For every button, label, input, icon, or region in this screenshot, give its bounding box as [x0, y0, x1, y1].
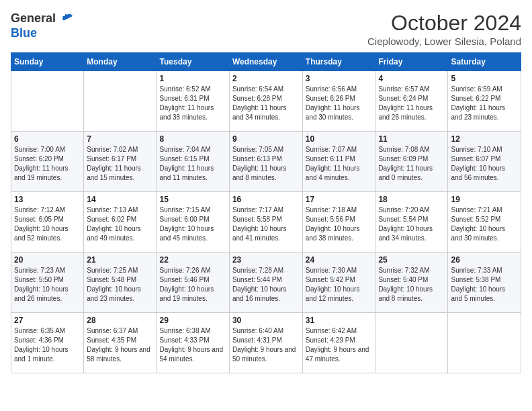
- day-number: 10: [306, 134, 373, 144]
- calendar-day-cell: [375, 313, 448, 373]
- day-info: Sunrise: 7:07 AMSunset: 6:11 PMDaylight:…: [306, 145, 373, 183]
- location-title: Cieplowody, Lower Silesia, Poland: [367, 36, 521, 47]
- day-number: 3: [306, 74, 373, 83]
- day-of-week-header: Friday: [375, 53, 448, 71]
- calendar-day-cell: 7Sunrise: 7:02 AMSunset: 6:17 PMDaylight…: [84, 132, 157, 192]
- day-info: Sunrise: 7:04 AMSunset: 6:15 PMDaylight:…: [160, 145, 226, 183]
- calendar-week-row: 13Sunrise: 7:12 AMSunset: 6:05 PMDayligh…: [11, 192, 521, 253]
- calendar-header-row: SundayMondayTuesdayWednesdayThursdayFrid…: [11, 53, 521, 71]
- day-number: 29: [160, 316, 226, 325]
- calendar-day-cell: 20Sunrise: 7:23 AMSunset: 5:50 PMDayligh…: [11, 253, 84, 313]
- day-number: 18: [378, 195, 445, 204]
- day-info: Sunrise: 7:30 AMSunset: 5:42 PMDaylight:…: [306, 266, 373, 304]
- day-number: 25: [378, 255, 445, 265]
- calendar-day-cell: 27Sunrise: 6:35 AMSunset: 4:36 PMDayligh…: [11, 313, 84, 373]
- day-of-week-header: Saturday: [448, 53, 521, 71]
- day-info: Sunrise: 7:05 AMSunset: 6:13 PMDaylight:…: [232, 145, 300, 183]
- day-info: Sunrise: 7:15 AMSunset: 6:00 PMDaylight:…: [160, 205, 226, 243]
- day-number: 2: [232, 74, 300, 83]
- day-number: 12: [451, 134, 518, 144]
- day-info: Sunrise: 6:59 AMSunset: 6:22 PMDaylight:…: [451, 85, 518, 122]
- day-info: Sunrise: 6:42 AMSunset: 4:29 PMDaylight:…: [306, 326, 373, 364]
- day-of-week-header: Thursday: [302, 53, 375, 71]
- calendar-day-cell: 2Sunrise: 6:54 AMSunset: 6:28 PMDaylight…: [229, 71, 302, 132]
- day-number: 26: [451, 255, 518, 265]
- calendar-day-cell: 31Sunrise: 6:42 AMSunset: 4:29 PMDayligh…: [302, 313, 375, 373]
- calendar-day-cell: 29Sunrise: 6:38 AMSunset: 4:33 PMDayligh…: [157, 313, 229, 373]
- day-of-week-header: Wednesday: [229, 53, 302, 71]
- calendar-day-cell: 24Sunrise: 7:30 AMSunset: 5:42 PMDayligh…: [302, 253, 375, 313]
- day-number: 7: [87, 134, 153, 144]
- day-info: Sunrise: 7:13 AMSunset: 6:02 PMDaylight:…: [87, 205, 153, 243]
- logo-bird-icon: [59, 11, 75, 27]
- day-number: 4: [378, 74, 445, 83]
- page-header: General Blue October 2024 Cieplowody, Lo…: [11, 11, 521, 47]
- calendar-day-cell: [84, 71, 157, 132]
- day-info: Sunrise: 7:33 AMSunset: 5:38 PMDaylight:…: [451, 266, 518, 304]
- calendar-day-cell: 10Sunrise: 7:07 AMSunset: 6:11 PMDayligh…: [302, 132, 375, 192]
- day-info: Sunrise: 6:37 AMSunset: 4:35 PMDaylight:…: [87, 326, 153, 364]
- day-info: Sunrise: 6:40 AMSunset: 4:31 PMDaylight:…: [232, 326, 300, 364]
- day-number: 22: [160, 255, 226, 265]
- calendar-week-row: 27Sunrise: 6:35 AMSunset: 4:36 PMDayligh…: [11, 313, 521, 373]
- day-info: Sunrise: 7:23 AMSunset: 5:50 PMDaylight:…: [14, 266, 81, 304]
- calendar-week-row: 20Sunrise: 7:23 AMSunset: 5:50 PMDayligh…: [11, 253, 521, 313]
- day-info: Sunrise: 7:32 AMSunset: 5:40 PMDaylight:…: [378, 266, 445, 304]
- calendar-week-row: 6Sunrise: 7:00 AMSunset: 6:20 PMDaylight…: [11, 132, 521, 192]
- calendar-day-cell: 22Sunrise: 7:26 AMSunset: 5:46 PMDayligh…: [157, 253, 229, 313]
- logo-text: General Blue: [11, 11, 75, 40]
- logo: General Blue: [11, 11, 75, 40]
- day-info: Sunrise: 7:08 AMSunset: 6:09 PMDaylight:…: [378, 145, 445, 183]
- calendar-day-cell: 28Sunrise: 6:37 AMSunset: 4:35 PMDayligh…: [84, 313, 157, 373]
- calendar-day-cell: 18Sunrise: 7:20 AMSunset: 5:54 PMDayligh…: [375, 192, 448, 253]
- day-info: Sunrise: 7:17 AMSunset: 5:58 PMDaylight:…: [232, 205, 300, 243]
- day-number: 8: [160, 134, 226, 144]
- day-of-week-header: Tuesday: [157, 53, 229, 71]
- day-number: 14: [87, 195, 153, 204]
- calendar-day-cell: 25Sunrise: 7:32 AMSunset: 5:40 PMDayligh…: [375, 253, 448, 313]
- day-info: Sunrise: 7:28 AMSunset: 5:44 PMDaylight:…: [232, 266, 300, 304]
- calendar-day-cell: 16Sunrise: 7:17 AMSunset: 5:58 PMDayligh…: [229, 192, 302, 253]
- day-number: 28: [87, 316, 153, 325]
- calendar-day-cell: 3Sunrise: 6:56 AMSunset: 6:26 PMDaylight…: [302, 71, 375, 132]
- day-number: 17: [306, 195, 373, 204]
- day-info: Sunrise: 6:54 AMSunset: 6:28 PMDaylight:…: [232, 85, 300, 122]
- calendar-day-cell: 12Sunrise: 7:10 AMSunset: 6:07 PMDayligh…: [448, 132, 521, 192]
- day-number: 23: [232, 255, 300, 265]
- calendar-week-row: 1Sunrise: 6:52 AMSunset: 6:31 PMDaylight…: [11, 71, 521, 132]
- calendar-day-cell: 8Sunrise: 7:04 AMSunset: 6:15 PMDaylight…: [157, 132, 229, 192]
- day-number: 1: [160, 74, 226, 83]
- day-number: 27: [14, 316, 81, 325]
- day-number: 31: [306, 316, 373, 325]
- calendar-day-cell: 6Sunrise: 7:00 AMSunset: 6:20 PMDaylight…: [11, 132, 84, 192]
- calendar-day-cell: 19Sunrise: 7:21 AMSunset: 5:52 PMDayligh…: [448, 192, 521, 253]
- calendar-day-cell: 30Sunrise: 6:40 AMSunset: 4:31 PMDayligh…: [229, 313, 302, 373]
- day-number: 20: [14, 255, 81, 265]
- title-area: October 2024 Cieplowody, Lower Silesia, …: [367, 11, 521, 47]
- calendar-day-cell: 15Sunrise: 7:15 AMSunset: 6:00 PMDayligh…: [157, 192, 229, 253]
- day-info: Sunrise: 7:02 AMSunset: 6:17 PMDaylight:…: [87, 145, 153, 183]
- day-info: Sunrise: 6:57 AMSunset: 6:24 PMDaylight:…: [378, 85, 445, 122]
- day-info: Sunrise: 7:26 AMSunset: 5:46 PMDaylight:…: [160, 266, 226, 304]
- day-number: 6: [14, 134, 81, 144]
- day-number: 15: [160, 195, 226, 204]
- day-of-week-header: Sunday: [11, 53, 84, 71]
- calendar-day-cell: 5Sunrise: 6:59 AMSunset: 6:22 PMDaylight…: [448, 71, 521, 132]
- day-info: Sunrise: 7:25 AMSunset: 5:48 PMDaylight:…: [87, 266, 153, 304]
- day-info: Sunrise: 7:10 AMSunset: 6:07 PMDaylight:…: [451, 145, 518, 183]
- month-title: October 2024: [367, 11, 521, 36]
- day-info: Sunrise: 6:35 AMSunset: 4:36 PMDaylight:…: [14, 326, 81, 364]
- day-of-week-header: Monday: [84, 53, 157, 71]
- day-number: 9: [232, 134, 300, 144]
- calendar-day-cell: 26Sunrise: 7:33 AMSunset: 5:38 PMDayligh…: [448, 253, 521, 313]
- calendar-day-cell: 11Sunrise: 7:08 AMSunset: 6:09 PMDayligh…: [375, 132, 448, 192]
- calendar-day-cell: [11, 71, 84, 132]
- day-info: Sunrise: 7:20 AMSunset: 5:54 PMDaylight:…: [378, 205, 445, 243]
- calendar-day-cell: 4Sunrise: 6:57 AMSunset: 6:24 PMDaylight…: [375, 71, 448, 132]
- day-number: 5: [451, 74, 518, 83]
- day-info: Sunrise: 7:12 AMSunset: 6:05 PMDaylight:…: [14, 205, 81, 243]
- day-number: 19: [451, 195, 518, 204]
- calendar-table: SundayMondayTuesdayWednesdayThursdayFrid…: [11, 52, 521, 373]
- day-info: Sunrise: 6:38 AMSunset: 4:33 PMDaylight:…: [160, 326, 226, 364]
- day-number: 21: [87, 255, 153, 265]
